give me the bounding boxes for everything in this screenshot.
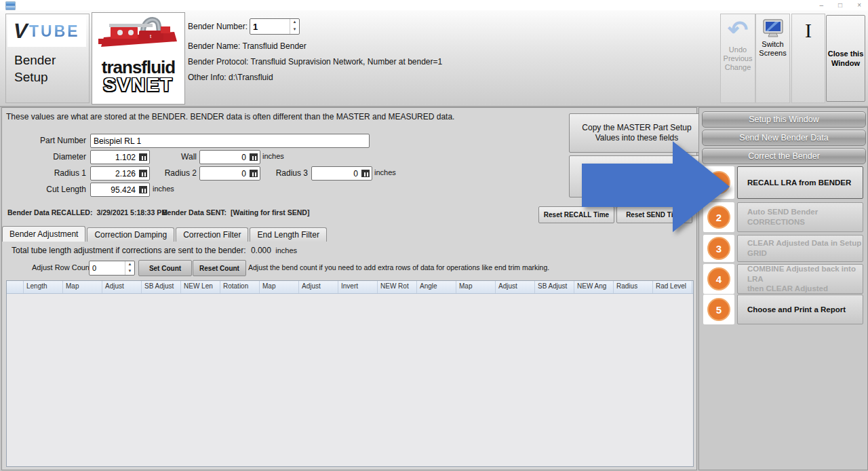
tab-bar: Bender Adjustment Correction Damping Cor… (2, 227, 328, 242)
copy-master-values-label: Copy the MASTER Part Setup Values into t… (575, 123, 698, 143)
bender-name-text: Bender Name: Transfluid Bender (188, 41, 307, 51)
radius2-input[interactable] (200, 169, 249, 178)
grid-col-header: Radius (614, 281, 653, 293)
diameter-label: Diameter (5, 152, 86, 162)
adjust-row-count-spin-buttons[interactable]: ▲▼ (125, 261, 134, 275)
diameter-field[interactable] (90, 150, 150, 164)
adjust-row-count-spinner[interactable]: ▲▼ (89, 261, 135, 276)
grid-col-header: Adjust (102, 281, 142, 293)
grid-col-header (7, 281, 24, 293)
row-count-note: Adjust the bend count if you need to add… (248, 263, 549, 271)
grid-col-header: NEW Len (181, 281, 220, 293)
step-3-badge: 3 (703, 235, 734, 262)
tab-bender-adjustment[interactable]: Bender Adjustment (2, 226, 85, 242)
tab-end-length-filter[interactable]: End Length Filter (250, 227, 326, 242)
total-adjustment-value: 0.000 (251, 246, 271, 255)
calculator-icon[interactable] (250, 170, 258, 177)
combine-adjusted-button[interactable]: COMBINE Adjusted back into LRA then CLEA… (737, 264, 863, 294)
grid-col-header: Rad Level (653, 281, 692, 293)
recall-status: Bender Data RECALLED:3/29/2021 5:18:33 P… (7, 208, 167, 216)
radius3-field[interactable] (311, 166, 372, 181)
correct-the-bender-button[interactable]: Correct the Bender (702, 148, 866, 164)
ibeam-cursor-icon: I (805, 17, 812, 44)
calculator-icon[interactable] (139, 170, 147, 177)
send-new-bender-data-button[interactable]: Send New Bender Data (702, 130, 866, 146)
part-number-input[interactable] (91, 136, 369, 146)
vtube-logo-v: V (12, 19, 31, 43)
close-this-window-label: Close this Window (827, 49, 865, 69)
radius2-field[interactable] (199, 166, 260, 181)
diameter-input[interactable] (91, 153, 138, 162)
cut-length-label: Cut Length (5, 185, 86, 194)
step-row-3: 3 CLEAR Adjusted Data in Setup GRID (699, 235, 867, 262)
minimize-icon[interactable]: – (820, 2, 824, 9)
grid-col-header: SB Adjust (142, 281, 181, 293)
set-count-button[interactable]: Set Count (138, 260, 192, 276)
svnet-wordmark: SVNET (92, 76, 184, 94)
tab-correction-filter[interactable]: Correction Filter (176, 227, 248, 242)
grid-col-header: SB Adjust (535, 281, 574, 293)
switch-screens-button[interactable]: Switch Screens (755, 14, 790, 103)
wall-unit: inches (262, 152, 284, 160)
grid-col-header: NEW Ang (574, 281, 614, 293)
wall-field[interactable] (199, 150, 260, 164)
step-5-number: 5 (707, 298, 730, 321)
tab-correction-damping[interactable]: Correction Damping (87, 227, 174, 242)
grid-col-header: Map (63, 281, 102, 293)
step-row-2: 2 Auto SEND Bender CORRECTIONS (699, 202, 867, 232)
reset-count-button[interactable]: Reset Count (193, 260, 246, 276)
total-adjustment-unit: inches (275, 246, 297, 255)
step-row-5: 5 Choose and Print a Report (699, 295, 867, 324)
calculator-icon[interactable] (361, 170, 370, 177)
step-1-badge: 1 (703, 166, 734, 199)
recall-lra-from-bender-button[interactable]: RECALL LRA from BENDER (737, 166, 863, 199)
clear-adjusted-data-button[interactable]: CLEAR Adjusted Data in Setup GRID (737, 235, 863, 262)
reset-recall-time-button[interactable]: Reset RECALL Time (538, 206, 614, 223)
radius3-input[interactable] (312, 169, 361, 178)
bender-data-panel: These values are what are stored at the … (1, 107, 697, 470)
close-this-window-button[interactable]: Close this Window (826, 15, 865, 102)
step-3-number: 3 (707, 237, 730, 260)
panel-intro-text: These values are what are stored at the … (6, 112, 454, 121)
calculator-icon[interactable] (139, 186, 147, 193)
bender-machine-image: t (93, 13, 184, 56)
cut-length-field[interactable] (90, 183, 150, 197)
radius3-unit: inches (374, 168, 396, 176)
app-icon (5, 1, 16, 10)
grid-col-header: Adjust (496, 281, 535, 293)
auto-send-bender-corrections-button[interactable]: Auto SEND Bender CORRECTIONS (737, 202, 863, 232)
calculator-icon[interactable] (139, 153, 147, 161)
send-values-button[interactable]: S (569, 155, 706, 197)
adjust-row-count-input[interactable] (90, 261, 125, 275)
close-icon[interactable]: × (857, 2, 861, 9)
vtube-logo: V TUBE (7, 16, 86, 47)
bender-number-input[interactable] (250, 19, 290, 34)
step-4-badge: 4 (703, 264, 734, 294)
bender-number-spin-buttons[interactable]: ▲▼ (290, 19, 299, 34)
radius3-label: Radius 3 (263, 168, 308, 178)
cut-length-input[interactable] (91, 185, 138, 195)
step-1-number: 1 (707, 171, 730, 194)
bender-number-spinner[interactable]: ▲▼ (250, 18, 300, 35)
choose-and-print-report-button[interactable]: Choose and Print a Report (737, 295, 863, 324)
adjust-row-count-label: Adjust Row Count: (32, 263, 94, 271)
reset-send-time-button[interactable]: Reset SEND Time (616, 206, 692, 223)
copy-master-values-button[interactable]: Copy the MASTER Part Setup Values into t… (569, 113, 705, 153)
maximize-icon[interactable]: □ (838, 2, 842, 9)
calculator-icon[interactable] (250, 153, 258, 161)
grid-col-header: Angle (417, 281, 456, 293)
transfluid-logo: t transfluid SVNET (92, 12, 185, 105)
step-row-4: 4 COMBINE Adjusted back into LRA then CL… (699, 264, 867, 294)
step-row-1: 1 RECALL LRA from BENDER (699, 166, 867, 199)
adjustment-grid[interactable]: Length Map Adjust SB Adjust NEW Len Rota… (6, 280, 694, 467)
grid-col-header: NEW Rot (378, 281, 417, 293)
text-cursor-cell: I (791, 14, 825, 103)
wall-input[interactable] (200, 153, 249, 162)
radius1-input[interactable] (91, 169, 138, 178)
radius1-field[interactable] (90, 166, 150, 181)
setup-this-window-button[interactable]: Setup this Window (702, 111, 866, 128)
part-number-field[interactable] (90, 134, 370, 148)
titlebar: – □ × (0, 0, 868, 11)
window-title: Bender Setup (14, 52, 56, 86)
undo-previous-change-button[interactable]: ↶ Undo Previous Change (720, 14, 755, 103)
